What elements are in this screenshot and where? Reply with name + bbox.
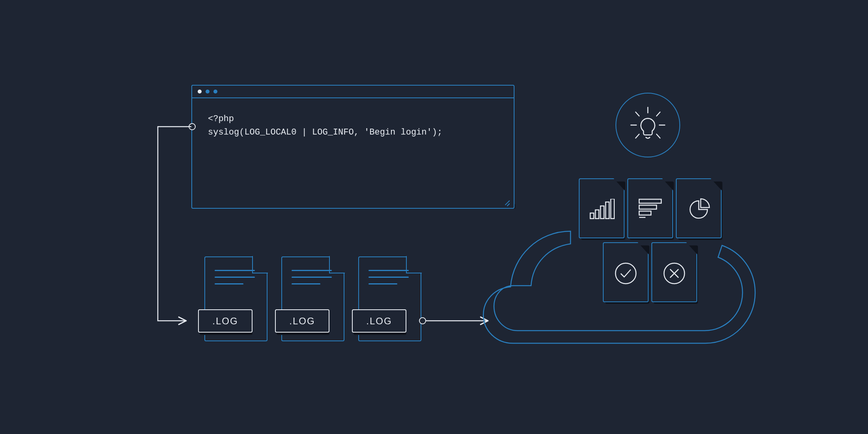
- log-file: .LOG: [358, 256, 421, 341]
- connector-node: [189, 123, 196, 130]
- svg-rect-13: [639, 205, 657, 209]
- report-card: [676, 178, 722, 238]
- svg-rect-11: [611, 199, 614, 219]
- svg-line-5: [636, 134, 639, 138]
- code-line: <?php: [208, 114, 234, 124]
- log-label: .LOG: [275, 309, 329, 333]
- report-card: [579, 178, 625, 238]
- pie-chart-icon: [687, 198, 710, 221]
- code-window: <?php syslog(LOG_LOCAL0 | LOG_INFO, 'Beg…: [191, 85, 514, 209]
- svg-rect-7: [590, 213, 594, 219]
- lightbulb-icon: [626, 103, 670, 147]
- svg-line-6: [657, 134, 660, 138]
- report-card: [603, 242, 649, 302]
- resize-handle-icon: [504, 199, 510, 205]
- svg-rect-9: [600, 206, 604, 219]
- window-dot-icon: [198, 90, 202, 94]
- report-card: [651, 242, 697, 302]
- connectors-overlay: [0, 0, 868, 434]
- window-titlebar: [192, 86, 514, 98]
- svg-line-2: [657, 112, 660, 116]
- report-card: [627, 178, 673, 238]
- log-file: .LOG: [281, 256, 344, 341]
- svg-line-1: [636, 112, 639, 116]
- horizontal-bars-icon: [638, 198, 662, 221]
- code-block: <?php syslog(LOG_LOCAL0 | LOG_INFO, 'Beg…: [192, 98, 514, 153]
- check-circle-icon: [614, 262, 638, 285]
- svg-rect-12: [639, 199, 661, 203]
- log-label: .LOG: [352, 309, 406, 333]
- log-file: .LOG: [204, 256, 268, 341]
- svg-point-16: [615, 263, 636, 284]
- window-dot-icon: [213, 90, 217, 94]
- svg-rect-10: [606, 202, 609, 219]
- insight-circle: [615, 93, 680, 157]
- svg-rect-8: [595, 210, 599, 219]
- window-dot-icon: [206, 90, 210, 94]
- connector-node: [419, 317, 426, 324]
- bar-chart-icon: [589, 199, 615, 220]
- diagram-canvas: <?php syslog(LOG_LOCAL0 | LOG_INFO, 'Beg…: [0, 0, 868, 434]
- svg-rect-14: [639, 211, 651, 215]
- x-circle-icon: [662, 262, 686, 285]
- code-line: syslog(LOG_LOCAL0 | LOG_INFO, 'Begin log…: [208, 127, 442, 137]
- log-label: .LOG: [198, 309, 253, 333]
